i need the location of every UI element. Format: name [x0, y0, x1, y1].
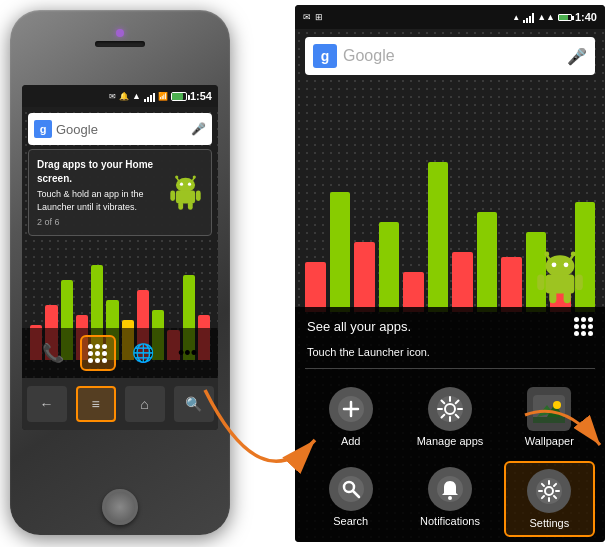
- home-button-physical[interactable]: [102, 489, 138, 525]
- launcher-grid-icon[interactable]: [574, 317, 593, 336]
- svg-point-5: [180, 182, 183, 185]
- svg-point-33: [338, 476, 364, 502]
- page-indicator: 2 of 6: [37, 217, 160, 227]
- tooltip-body: Touch & hold an app in theLauncher until…: [37, 188, 160, 213]
- svg-rect-24: [564, 291, 571, 303]
- svg-point-3: [193, 175, 196, 178]
- menu-button[interactable]: ≡: [76, 386, 116, 422]
- led-indicator: [116, 29, 124, 37]
- grid-icon: [88, 344, 107, 363]
- settings-label: Settings: [529, 517, 569, 529]
- svg-rect-8: [170, 190, 175, 200]
- add-label: Add: [341, 435, 361, 447]
- eq-bar-item: [501, 257, 522, 312]
- eq-bar-item: [428, 162, 449, 312]
- eq-bar-item: [403, 272, 424, 312]
- left-google-bar[interactable]: g Google 🎤: [28, 113, 212, 145]
- back-button[interactable]: ←: [27, 386, 67, 422]
- right-google-bar[interactable]: g Google 🎤: [305, 37, 595, 75]
- svg-point-16: [571, 252, 576, 257]
- dock-launcher-icon[interactable]: [80, 335, 116, 371]
- tooltip-card: Drag apps to your Home screen. Touch & h…: [28, 149, 212, 236]
- touch-launcher-text: Touch the Launcher icon.: [307, 346, 430, 358]
- right-status-bar: ✉ ⊞ ▲ ▲▲ 1:40: [295, 5, 605, 29]
- svg-rect-23: [549, 291, 556, 303]
- see-all-row: See all your apps.: [295, 307, 605, 342]
- right-time: 1:40: [575, 11, 597, 23]
- svg-rect-10: [178, 201, 183, 209]
- svg-rect-22: [576, 274, 583, 290]
- eq-bar-item: [477, 212, 498, 312]
- left-time: 1:54: [190, 90, 212, 102]
- settings-arrow: [515, 395, 605, 475]
- eq-bar-item: [379, 222, 400, 312]
- svg-point-19: [564, 262, 569, 267]
- svg-point-2: [175, 175, 178, 178]
- svg-rect-21: [537, 274, 544, 290]
- google-placeholder-left: Google: [56, 122, 187, 137]
- right-google-placeholder: Google: [343, 47, 561, 65]
- android-robot-icon: [168, 173, 203, 213]
- svg-rect-11: [188, 201, 193, 209]
- svg-point-15: [544, 252, 549, 257]
- eq-bar-item: [305, 262, 326, 312]
- speaker-top: [95, 41, 145, 47]
- android-robot-right: [535, 248, 585, 312]
- search-label: Search: [333, 515, 368, 527]
- right-google-g-icon: g: [313, 44, 337, 68]
- home-button-nav[interactable]: ⌂: [125, 386, 165, 422]
- svg-point-18: [552, 262, 557, 267]
- tooltip-title: Drag apps to your Home screen.: [37, 158, 160, 186]
- svg-point-37: [448, 496, 452, 500]
- add-icon: [329, 387, 373, 431]
- svg-rect-9: [196, 190, 201, 200]
- app-manage[interactable]: Manage apps: [404, 381, 495, 453]
- google-g-icon: g: [34, 120, 52, 138]
- manage-apps-label: Manage apps: [417, 435, 484, 447]
- manage-apps-icon: [428, 387, 472, 431]
- notifications-label: Notifications: [420, 515, 480, 527]
- app-notifications[interactable]: Notifications: [404, 461, 495, 537]
- search-icon: [329, 467, 373, 511]
- mic-icon-left: 🎤: [191, 122, 206, 136]
- see-all-text: See all your apps.: [307, 319, 411, 334]
- right-mic-icon: 🎤: [567, 47, 587, 66]
- eq-bar-item: [330, 192, 351, 312]
- svg-point-6: [188, 182, 191, 185]
- dock-browser-icon[interactable]: 🌐: [125, 335, 161, 371]
- eq-bar-item: [354, 242, 375, 312]
- left-status-bar: ✉ 🔔 ▲ 📶 1:54: [22, 85, 218, 107]
- notifications-icon: [428, 467, 472, 511]
- svg-point-4: [176, 177, 195, 191]
- svg-rect-20: [546, 274, 575, 293]
- svg-rect-7: [176, 190, 195, 203]
- connecting-arrow: [185, 360, 335, 500]
- dock-phone-icon[interactable]: 📞: [35, 335, 71, 371]
- eq-bar-item: [452, 252, 473, 312]
- right-panel: ✉ ⊞ ▲ ▲▲ 1:40 g Google 🎤: [295, 5, 605, 542]
- svg-point-17: [546, 255, 575, 277]
- settings-icon: [527, 469, 571, 513]
